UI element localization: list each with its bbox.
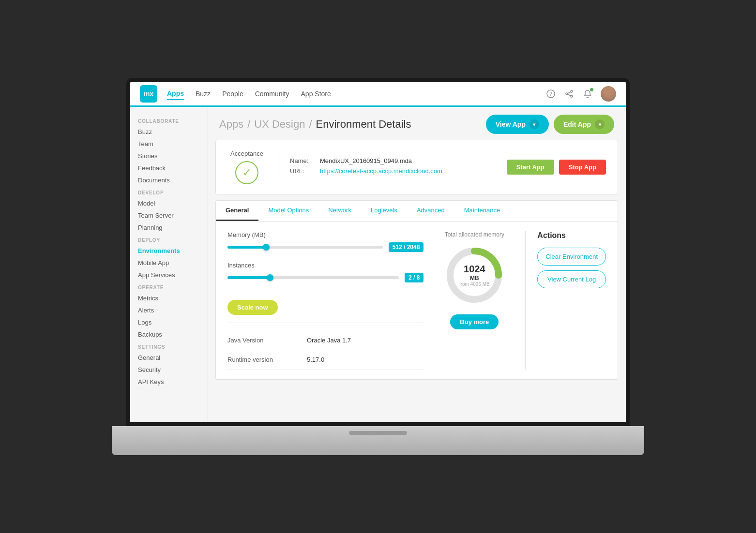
sidebar: COLLABORATE Buzz Team Stories Feedback D… [130,107,208,422]
buy-more-button[interactable]: Buy more [450,314,499,329]
tabs-bar: General Model Options Network Loglevels … [215,200,618,222]
start-app-button[interactable]: Start App [507,160,554,175]
java-version-label: Java Version [227,337,295,344]
actions-panel: Actions Clear Environment View Current L… [525,231,606,370]
svg-line-5 [568,92,571,93]
clear-environment-button[interactable]: Clear Environment [537,248,606,266]
sidebar-section-label-settings: SETTINGS [130,341,207,352]
env-details: Name: MendixUX_20160915_0949.mda URL: ht… [290,157,495,178]
share-icon[interactable] [564,89,575,99]
sidebar-section-settings: SETTINGS General Security API Keys [130,341,207,388]
view-app-label: View App [496,120,526,128]
content-area: Apps / UX Design / Environment Details V… [208,107,626,422]
env-name-value: MendixUX_20160915_0949.mda [320,157,412,164]
sidebar-item-buzz[interactable]: Buzz [130,126,207,138]
runtime-version-value: 5.17.0 [307,356,324,363]
memory-slider-track[interactable] [227,246,383,249]
nav-link-community[interactable]: Community [255,88,289,100]
sidebar-item-metrics[interactable]: Metrics [130,292,207,304]
memory-slider-value: 512 / 2048 [389,242,424,252]
instances-slider-row: 2 / 8 [227,273,423,282]
donut-unit: MB [459,275,490,281]
chart-title: Total allocated memory [445,231,504,238]
sidebar-item-alerts[interactable]: Alerts [130,304,207,316]
sidebar-item-app-services[interactable]: App Services [130,269,207,281]
memory-slider-fill [227,246,266,249]
tab-advanced[interactable]: Advanced [407,201,454,221]
bell-icon[interactable] [582,89,593,99]
sidebar-item-team-server[interactable]: Team Server [130,209,207,222]
memory-slider-thumb[interactable] [263,244,270,251]
instances-slider-fill [227,276,270,279]
view-app-button[interactable]: View App ▾ [486,115,549,134]
sidebar-section-operate: OPERATE Metrics Alerts Logs Backups [130,281,207,341]
sidebar-item-backups[interactable]: Backups [130,328,207,341]
env-status-icon: ✓ [235,161,258,184]
nav-right-icons: ? [545,86,616,102]
nav-link-people[interactable]: People [222,88,243,100]
sidebar-item-security[interactable]: Security [130,364,207,376]
sidebar-item-mobile-app[interactable]: Mobile App [130,257,207,269]
env-name-label: Name: [290,157,314,164]
sidebar-item-api-keys[interactable]: API Keys [130,376,207,388]
tab-maintenance[interactable]: Maintenance [454,201,510,221]
nav-link-apps[interactable]: Apps [167,88,184,100]
java-version-value: Oracle Java 1.7 [307,337,351,344]
tab-network[interactable]: Network [318,201,361,221]
sidebar-item-feedback[interactable]: Feedback [130,162,207,174]
sidebar-item-stories[interactable]: Stories [130,150,207,162]
env-url-label: URL: [290,167,314,175]
breadcrumb-sep-1: / [247,118,250,131]
sidebar-item-documents[interactable]: Documents [130,174,207,186]
donut-main-value: 1024 [459,264,490,275]
donut-center: 1024 MB from 4096 MB [459,264,490,287]
breadcrumb-sep-2: / [309,118,312,131]
header-action-buttons: View App ▾ Edit App ▾ [486,115,614,134]
tab-inner: Memory (MB) 512 / 2048 [227,231,606,370]
tab-general[interactable]: General [216,201,258,221]
help-icon[interactable]: ? [545,89,556,99]
donut-sub-label: from 4096 MB [459,281,490,287]
sidebar-item-logs[interactable]: Logs [130,316,207,328]
env-badge-label: Acceptance [230,150,263,157]
tab-content-general: Memory (MB) 512 / 2048 [215,222,618,380]
env-url-link[interactable]: https://coretest-accp.accp.mendixcloud.c… [320,167,442,175]
sidebar-item-team[interactable]: Team [130,138,207,150]
svg-point-2 [571,90,573,92]
sidebar-item-environments[interactable]: Environments [130,245,207,257]
nav-links: Apps Buzz People Community App Store [167,88,331,100]
instances-slider-thumb[interactable] [267,274,273,281]
breadcrumb-ux-design[interactable]: UX Design [254,118,305,131]
nav-link-appstore[interactable]: App Store [301,88,331,100]
env-divider [278,153,278,182]
env-name-row: Name: MendixUX_20160915_0949.mda [290,157,495,164]
instances-label: Instances [227,262,423,269]
top-navigation: mx Apps Buzz People Community App Store … [130,82,626,107]
breadcrumb: Apps / UX Design / Environment Details [219,118,411,131]
breadcrumb-bar: Apps / UX Design / Environment Details V… [208,107,626,140]
sidebar-section-label-collaborate: COLLABORATE [130,115,207,126]
svg-line-6 [568,94,571,96]
sidebar-item-model[interactable]: Model [130,197,207,209]
sidebar-section-label-deploy: DEPLOY [130,234,207,245]
instances-slider-track[interactable] [227,276,399,279]
tab-model-options[interactable]: Model Options [258,201,318,221]
edit-app-label: Edit App [563,120,591,128]
sidebar-section-label-operate: OPERATE [130,281,207,292]
breadcrumb-apps[interactable]: Apps [219,118,243,131]
sidebar-section-label-develop: DEVELOP [130,186,207,197]
view-current-log-button[interactable]: View Current Log [537,270,606,288]
edit-app-button[interactable]: Edit App ▾ [554,115,614,134]
tab-loglevels[interactable]: Loglevels [361,201,407,221]
sidebar-item-planning[interactable]: Planning [130,222,207,234]
stop-app-button[interactable]: Stop App [559,160,606,175]
tab-left-panel: Memory (MB) 512 / 2048 [227,231,423,370]
avatar[interactable] [601,86,616,102]
sidebar-item-general[interactable]: General [130,352,207,364]
environment-card: Acceptance ✓ Name: MendixUX_20160915_094… [215,140,618,194]
scale-now-button[interactable]: Scale now [227,300,278,315]
nav-link-buzz[interactable]: Buzz [196,88,211,100]
java-version-row: Java Version Oracle Java 1.7 [227,331,423,350]
svg-point-3 [566,93,568,95]
java-version-section: Java Version Oracle Java 1.7 Runtime ver… [227,323,423,370]
